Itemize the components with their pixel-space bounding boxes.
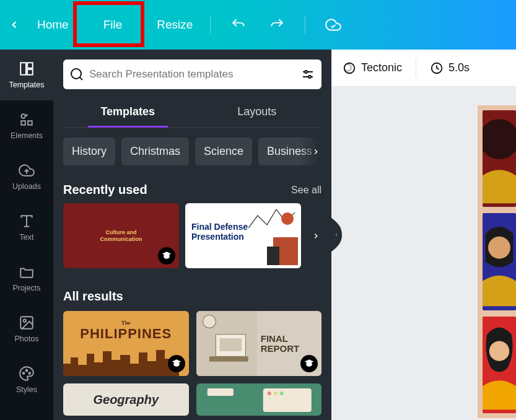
rail-photos[interactable]: Photos: [0, 304, 53, 354]
chip-science[interactable]: Science: [195, 138, 252, 165]
home-button[interactable]: Home: [28, 0, 77, 50]
slide-portrait: [483, 213, 516, 310]
rail-projects[interactable]: Projects: [0, 253, 53, 304]
collapse-panel-button[interactable]: [331, 217, 342, 252]
svg-rect-2: [27, 69, 33, 75]
svg-rect-4: [21, 121, 25, 125]
styles-icon: [19, 365, 35, 382]
resize-button[interactable]: Resize: [148, 0, 201, 50]
svg-point-30: [279, 392, 283, 395]
template-thumb[interactable]: FINAL REPORT: [196, 311, 322, 376]
chip-christmas[interactable]: Christmas: [121, 138, 189, 165]
slide-preview[interactable]: [478, 105, 516, 418]
filter-icon[interactable]: [300, 67, 315, 82]
svg-rect-1: [27, 63, 33, 68]
template-illustration: [196, 383, 322, 416]
all-results-heading: All results: [53, 268, 331, 311]
recently-used-heading: Recently used: [63, 183, 147, 197]
svg-point-36: [489, 341, 509, 361]
cloud-check-icon: [325, 17, 341, 33]
education-badge: [158, 247, 175, 265]
divider: [416, 59, 416, 77]
rail-text[interactable]: Text: [0, 202, 53, 253]
slide-portrait: [483, 317, 516, 413]
rail-label: Uploads: [12, 182, 41, 191]
undo-icon: [230, 17, 247, 33]
recently-used-row: Culture and Communication Final Defense …: [53, 203, 331, 268]
row-scroll-right[interactable]: [300, 203, 331, 268]
template-thumb[interactable]: The PHILIPPINES: [63, 311, 189, 376]
tab-layouts[interactable]: Layouts: [193, 99, 322, 127]
template-title: REPORT: [261, 344, 321, 354]
svg-point-11: [26, 370, 28, 372]
chip-history[interactable]: History: [63, 138, 115, 165]
svg-point-10: [23, 372, 25, 374]
photos-icon: [19, 315, 35, 331]
chips-scroll-right[interactable]: [300, 138, 331, 165]
chevron-left-icon: [334, 232, 339, 237]
education-badge: [168, 355, 185, 372]
svg-rect-20: [267, 247, 279, 265]
template-thumb[interactable]: Culture and Communication: [63, 203, 179, 268]
rail-styles[interactable]: Styles: [0, 354, 53, 396]
redo-button[interactable]: [269, 17, 285, 33]
rail-templates[interactable]: Templates: [0, 50, 53, 100]
template-thumb[interactable]: Geography: [63, 383, 189, 416]
animation-selector[interactable]: Tectonic: [343, 61, 402, 75]
undo-button[interactable]: [230, 17, 247, 33]
template-thumb[interactable]: Final Defense Presentation: [185, 203, 301, 268]
svg-point-29: [273, 392, 277, 395]
animation-label: Tectonic: [361, 61, 402, 74]
template-pretitle: The: [121, 320, 131, 326]
template-illustration: [245, 203, 301, 268]
rail-elements[interactable]: Elements: [0, 100, 53, 151]
search-icon: [69, 67, 84, 82]
canvas-toolbar: Tectonic 5.0s: [331, 50, 516, 87]
clock-icon: [430, 61, 444, 75]
side-panel: Templates Layouts History Christmas Scie…: [53, 50, 331, 420]
template-title: FINAL: [261, 334, 321, 344]
svg-rect-0: [20, 63, 26, 75]
file-button[interactable]: File: [77, 0, 149, 50]
rail-label: Elements: [11, 131, 43, 140]
rail-label: Photos: [15, 335, 39, 343]
template-thumb[interactable]: [196, 383, 322, 416]
chevron-right-icon: [312, 147, 320, 156]
rail-label: Styles: [16, 385, 37, 394]
svg-point-28: [267, 392, 271, 395]
cloud-sync-button[interactable]: [325, 17, 341, 33]
rail-label: Text: [20, 233, 34, 242]
canvas-area: Tectonic 5.0s: [331, 50, 516, 420]
svg-line-14: [80, 77, 82, 80]
svg-rect-25: [209, 356, 248, 361]
slide-portrait: [483, 110, 516, 207]
svg-point-13: [71, 69, 81, 79]
animation-icon: [343, 61, 356, 75]
svg-point-18: [308, 76, 311, 78]
category-chips: History Christmas Science Business: [53, 128, 331, 175]
svg-point-32: [344, 64, 351, 71]
templates-icon: [19, 61, 35, 77]
template-illustration: [63, 346, 179, 376]
rail-uploads[interactable]: Uploads: [0, 151, 53, 202]
svg-point-9: [24, 320, 26, 322]
svg-point-22: [203, 315, 216, 328]
duration-selector[interactable]: 5.0s: [430, 61, 470, 75]
template-title: Final Defense: [191, 222, 248, 232]
svg-point-21: [281, 212, 294, 225]
chevron-right-icon: [312, 232, 320, 240]
back-button[interactable]: [0, 0, 28, 50]
education-badge: [300, 355, 318, 372]
svg-point-12: [29, 372, 31, 374]
template-title: Presentation: [191, 232, 248, 242]
search-bar[interactable]: [63, 59, 321, 89]
svg-point-34: [483, 119, 516, 159]
divider: [305, 16, 305, 33]
template-title: PHILIPPINES: [80, 326, 172, 342]
divider: [210, 16, 211, 33]
tab-templates[interactable]: Templates: [63, 99, 193, 127]
see-all-link[interactable]: See all: [291, 185, 321, 196]
duration-label: 5.0s: [448, 61, 470, 74]
search-input[interactable]: [84, 68, 300, 81]
top-menu-bar: Home File Resize: [0, 0, 516, 50]
